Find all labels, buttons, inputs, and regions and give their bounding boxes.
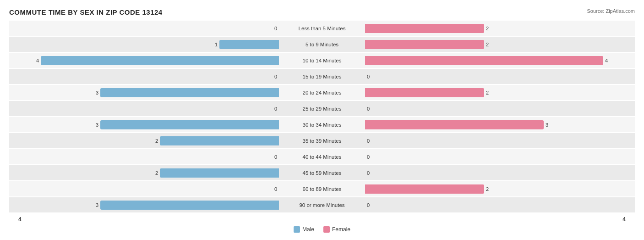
right-bar-area: 0 — [363, 168, 635, 178]
axis-left: 4 — [18, 216, 22, 223]
legend-male-box — [294, 226, 300, 233]
right-bar-area: 0 — [363, 104, 635, 113]
left-bar-area: 3 — [9, 201, 281, 210]
value-female: 0 — [367, 74, 374, 79]
left-bar-area: 0 — [9, 184, 281, 194]
chart-title: COMMUTE TIME BY SEX IN ZIP CODE 13124 — [9, 8, 635, 16]
value-female: 0 — [367, 154, 374, 160]
legend-female: Female — [323, 226, 350, 233]
left-bar-area: 0 — [9, 72, 281, 81]
row-label: 40 to 44 Minutes — [281, 154, 363, 160]
table-row: 410 to 14 Minutes4 — [9, 53, 635, 68]
legend-male: Male — [294, 226, 314, 233]
bar-male: 3 — [100, 201, 279, 210]
value-male: 0 — [270, 26, 277, 31]
axis-right: 4 — [622, 216, 626, 223]
legend-female-label: Female — [332, 226, 350, 233]
row-label: 20 to 24 Minutes — [281, 90, 363, 95]
value-male: 0 — [270, 106, 277, 112]
row-label: 25 to 29 Minutes — [281, 106, 363, 112]
row-label: Less than 5 Minutes — [281, 26, 363, 31]
table-row: 390 or more Minutes0 — [9, 197, 635, 212]
right-bar-area: 4 — [363, 56, 635, 65]
bar-male: 4 — [41, 56, 279, 65]
left-bar-area: 2 — [9, 168, 281, 178]
value-male: 3 — [91, 122, 98, 128]
table-row: 0Less than 5 Minutes2 — [9, 21, 635, 36]
left-bar-area: 2 — [9, 136, 281, 145]
bar-female: 4 — [365, 56, 603, 65]
right-bar-area: 2 — [363, 40, 635, 49]
table-row: 040 to 44 Minutes0 — [9, 149, 635, 164]
bar-male: 1 — [219, 40, 279, 49]
bar-male: 2 — [160, 136, 279, 145]
right-bar-area: 0 — [363, 136, 635, 145]
value-female: 0 — [367, 170, 374, 176]
table-row: 245 to 59 Minutes0 — [9, 165, 635, 180]
right-bar-area: 2 — [363, 88, 635, 97]
row-label: 15 to 19 Minutes — [281, 74, 363, 79]
right-bar-area: 2 — [363, 24, 635, 33]
value-female: 2 — [486, 26, 493, 31]
row-label: 10 to 14 Minutes — [281, 58, 363, 63]
value-female: 2 — [486, 90, 493, 95]
row-label: 45 to 59 Minutes — [281, 170, 363, 176]
row-label: 30 to 34 Minutes — [281, 122, 363, 128]
value-male: 3 — [91, 90, 98, 95]
value-male: 0 — [270, 74, 277, 79]
row-label: 60 to 89 Minutes — [281, 186, 363, 192]
right-bar-area: 0 — [363, 201, 635, 210]
value-female: 3 — [546, 122, 553, 128]
left-bar-area: 3 — [9, 88, 281, 97]
value-female: 0 — [367, 138, 374, 144]
legend: Male Female — [9, 226, 635, 233]
value-male: 4 — [32, 58, 39, 63]
legend-male-label: Male — [302, 226, 314, 233]
row-label: 5 to 9 Minutes — [281, 42, 363, 47]
value-male: 1 — [210, 42, 218, 47]
left-bar-area: 0 — [9, 152, 281, 162]
row-label: 90 or more Minutes — [281, 202, 363, 208]
table-row: 025 to 29 Minutes0 — [9, 101, 635, 116]
left-bar-area: 4 — [9, 56, 281, 65]
right-bar-area: 2 — [363, 184, 635, 194]
value-male: 2 — [151, 138, 158, 144]
table-row: 015 to 19 Minutes0 — [9, 69, 635, 84]
bar-female: 2 — [365, 40, 484, 49]
value-female: 2 — [486, 42, 493, 47]
left-bar-area: 0 — [9, 104, 281, 113]
legend-female-box — [323, 226, 330, 233]
table-row: 235 to 39 Minutes0 — [9, 133, 635, 148]
axis-labels: 4 4 — [9, 213, 635, 223]
value-male: 0 — [270, 186, 277, 192]
bar-male: 3 — [100, 120, 279, 129]
value-male: 3 — [91, 202, 98, 208]
table-row: 060 to 89 Minutes2 — [9, 181, 635, 196]
left-bar-area: 0 — [9, 24, 281, 33]
value-male: 0 — [270, 154, 277, 160]
value-female: 2 — [486, 186, 493, 192]
right-bar-area: 0 — [363, 152, 635, 162]
bar-female: 3 — [365, 120, 544, 129]
bar-female: 2 — [365, 88, 484, 97]
table-row: 320 to 24 Minutes2 — [9, 85, 635, 100]
value-female: 4 — [605, 58, 612, 63]
value-male: 2 — [151, 170, 158, 176]
value-female: 0 — [367, 106, 374, 112]
row-label: 35 to 39 Minutes — [281, 138, 363, 144]
bar-male: 3 — [100, 88, 279, 97]
left-bar-area: 3 — [9, 120, 281, 129]
bar-female: 2 — [365, 184, 484, 194]
value-female: 0 — [367, 202, 374, 208]
chart-area: 0Less than 5 Minutes215 to 9 Minutes2410… — [9, 21, 635, 213]
right-bar-area: 3 — [363, 120, 635, 129]
bar-female: 2 — [365, 24, 484, 33]
bar-male: 2 — [160, 168, 279, 178]
left-bar-area: 1 — [9, 40, 281, 49]
source-label: Source: ZipAtlas.com — [587, 8, 635, 14]
right-bar-area: 0 — [363, 72, 635, 81]
table-row: 15 to 9 Minutes2 — [9, 37, 635, 52]
table-row: 330 to 34 Minutes3 — [9, 117, 635, 132]
chart-container: COMMUTE TIME BY SEX IN ZIP CODE 13124 So… — [0, 0, 644, 240]
